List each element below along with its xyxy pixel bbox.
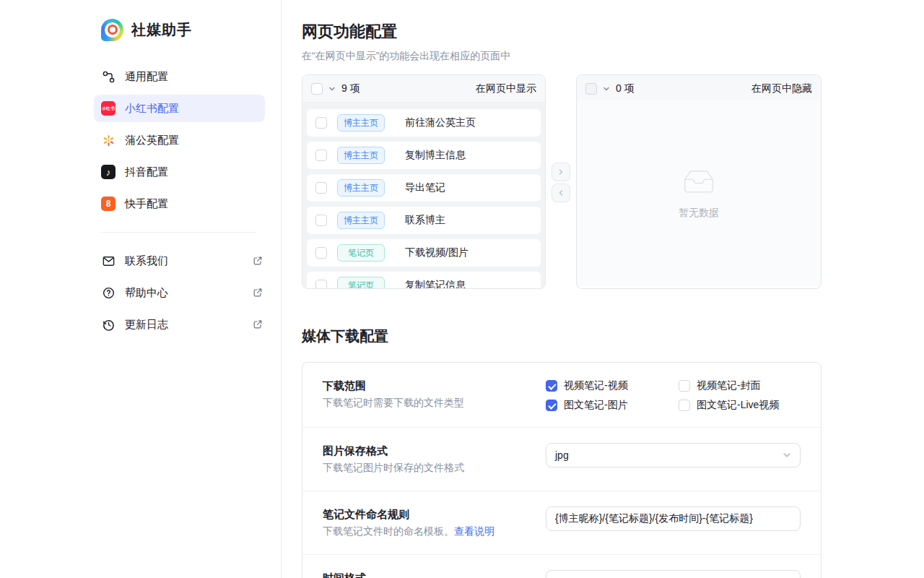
sidebar-item-general[interactable]: 通用配置 bbox=[94, 63, 265, 90]
option-label: 图文笔记-图片 bbox=[564, 399, 628, 412]
row-desc: 下载笔记文件时的命名模板。查看说明 bbox=[323, 524, 546, 539]
transfer-item[interactable]: 博主主页 导出笔记 bbox=[307, 174, 541, 202]
main-content: 网页功能配置 在“在网页中显示”的功能会出现在相应的页面中 9 项 在网页中显示… bbox=[302, 0, 821, 578]
shown-panel-title: 在网页中显示 bbox=[476, 82, 536, 95]
row-title: 图片保存格式 bbox=[323, 443, 546, 459]
external-link-icon bbox=[250, 285, 265, 300]
scope-option-video[interactable]: 视频笔记-视频 bbox=[546, 379, 679, 392]
sidebar-divider bbox=[101, 232, 256, 233]
scope-option-image[interactable]: 图文笔记-图片 bbox=[546, 399, 679, 412]
transfer-shown-list: 博主主页 前往蒲公英主页 博主主页 复制博主信息 博主主页 导出笔记 博主主页 … bbox=[302, 103, 545, 289]
transfer-panel-hidden-header: 0 项 在网页中隐藏 bbox=[577, 75, 821, 103]
time-format-row: 时间格式 bbox=[302, 555, 821, 578]
sidebar-item-pugongying[interactable]: 蒲公英配置 bbox=[94, 126, 265, 154]
download-scope-row: 下载范围 下载笔记时需要下载的文件类型 视频笔记-视频 视频笔记-封面 图文笔 bbox=[302, 363, 821, 428]
douyin-icon: ♪ bbox=[101, 165, 116, 179]
sidebar-item-xiaohongshu[interactable]: 小红书 小红书配置 bbox=[94, 95, 265, 122]
sidebar-item-douyin[interactable]: ♪ 抖音配置 bbox=[94, 158, 265, 186]
page-subtitle: 在“在网页中显示”的功能会出现在相应的页面中 bbox=[302, 48, 821, 63]
select-all-checkbox[interactable] bbox=[585, 83, 597, 95]
checkbox[interactable] bbox=[546, 400, 557, 411]
item-checkbox[interactable] bbox=[315, 182, 327, 194]
app-name: 社媒助手 bbox=[131, 20, 192, 40]
sidebar-link-label: 联系我们 bbox=[125, 254, 168, 268]
row-desc: 下载笔记时需要下载的文件类型 bbox=[323, 395, 546, 410]
page-tag: 笔记页 bbox=[337, 277, 385, 289]
transfer-item[interactable]: 笔记页 复制笔记信息 bbox=[307, 272, 541, 289]
media-section-title: 媒体下载配置 bbox=[302, 327, 821, 346]
item-checkbox[interactable] bbox=[315, 150, 327, 161]
checkbox[interactable] bbox=[679, 380, 690, 392]
sidebar-link-contact[interactable]: 联系我们 bbox=[101, 247, 265, 275]
transfer-item[interactable]: 博主主页 前往蒲公英主页 bbox=[307, 109, 541, 137]
help-icon bbox=[101, 285, 116, 300]
scope-option-live[interactable]: 图文笔记-Live视频 bbox=[679, 399, 801, 412]
image-format-row: 图片保存格式 下载笔记图片时保存的文件格式 jpg bbox=[302, 428, 821, 491]
kuaishou-icon: 8 bbox=[101, 197, 116, 211]
page-title: 网页功能配置 bbox=[302, 22, 821, 42]
xiaohongshu-icon: 小红书 bbox=[101, 101, 116, 116]
naming-rule-input[interactable] bbox=[546, 506, 801, 531]
empty-state: 暂无数据 bbox=[577, 100, 821, 286]
row-title: 笔记文件命名规则 bbox=[323, 506, 546, 522]
item-label: 联系博主 bbox=[405, 214, 445, 227]
scope-options: 视频笔记-视频 视频笔记-封面 图文笔记-图片 图文笔记-Live视频 bbox=[546, 378, 801, 412]
page-tag: 笔记页 bbox=[337, 244, 385, 262]
row-title: 时间格式 bbox=[323, 570, 546, 578]
sidebar-item-label: 抖音配置 bbox=[125, 165, 168, 179]
move-left-button[interactable] bbox=[552, 184, 570, 202]
item-label: 前往蒲公英主页 bbox=[405, 116, 476, 129]
transfer-item[interactable]: 博主主页 复制博主信息 bbox=[307, 142, 541, 169]
row-title: 下载范围 bbox=[323, 378, 546, 394]
sidebar: 社媒助手 通用配置 小红书 小红书配置 蒲公英配置 ♪ bbox=[0, 0, 282, 578]
mail-icon bbox=[101, 254, 116, 268]
item-checkbox[interactable] bbox=[315, 215, 327, 226]
external-link-icon bbox=[250, 317, 265, 332]
item-label: 复制笔记信息 bbox=[405, 279, 466, 289]
checkbox[interactable] bbox=[679, 400, 690, 411]
item-checkbox[interactable] bbox=[315, 117, 327, 129]
sidebar-link-changelog[interactable]: 更新日志 bbox=[101, 311, 265, 338]
sidebar-link-label: 更新日志 bbox=[125, 318, 168, 332]
sidebar-item-label: 通用配置 bbox=[125, 70, 168, 84]
chevron-down-icon bbox=[783, 451, 791, 460]
chevron-right-icon bbox=[557, 168, 565, 176]
sidebar-item-label: 小红书配置 bbox=[125, 102, 179, 116]
hidden-count: 0 项 bbox=[616, 82, 635, 95]
option-label: 视频笔记-封面 bbox=[697, 379, 761, 392]
page-tag: 博主主页 bbox=[337, 147, 385, 164]
chevron-left-icon bbox=[557, 189, 565, 197]
transfer-panel-shown: 9 项 在网页中显示 博主主页 前往蒲公英主页 博主主页 复制博主信息 博主主页 bbox=[302, 74, 546, 289]
transfer-buttons bbox=[552, 163, 570, 202]
sidebar-item-label: 快手配置 bbox=[125, 197, 168, 211]
move-right-button[interactable] bbox=[552, 163, 570, 181]
time-format-input[interactable] bbox=[546, 570, 801, 578]
shown-count: 9 项 bbox=[341, 82, 360, 95]
item-label: 复制博主信息 bbox=[405, 149, 466, 162]
option-label: 图文笔记-Live视频 bbox=[697, 399, 779, 412]
chevron-down-icon[interactable] bbox=[603, 85, 610, 92]
select-all-checkbox[interactable] bbox=[311, 83, 323, 95]
item-checkbox[interactable] bbox=[315, 280, 327, 289]
app-logo-icon bbox=[101, 19, 123, 41]
dandelion-icon bbox=[101, 133, 116, 147]
checkbox[interactable] bbox=[546, 380, 557, 392]
sidebar-link-help[interactable]: 帮助中心 bbox=[101, 279, 265, 306]
scope-option-cover[interactable]: 视频笔记-封面 bbox=[679, 379, 801, 392]
item-label: 下载视频/图片 bbox=[405, 246, 468, 259]
naming-rule-row: 笔记文件命名规则 下载笔记文件时的命名模板。查看说明 bbox=[302, 491, 821, 555]
sidebar-item-kuaishou[interactable]: 8 快手配置 bbox=[94, 190, 265, 217]
sidebar-link-label: 帮助中心 bbox=[125, 286, 168, 300]
option-label: 视频笔记-视频 bbox=[564, 379, 628, 392]
image-format-select[interactable]: jpg bbox=[546, 443, 801, 467]
page-tag: 博主主页 bbox=[337, 212, 385, 229]
item-checkbox[interactable] bbox=[315, 247, 327, 259]
media-config-card: 下载范围 下载笔记时需要下载的文件类型 视频笔记-视频 视频笔记-封面 图文笔 bbox=[302, 362, 821, 578]
web-feature-transfer: 9 项 在网页中显示 博主主页 前往蒲公英主页 博主主页 复制博主信息 博主主页 bbox=[302, 74, 821, 289]
transfer-item[interactable]: 笔记页 下载视频/图片 bbox=[307, 239, 541, 267]
transfer-item[interactable]: 博主主页 联系博主 bbox=[307, 207, 541, 234]
hidden-panel-title: 在网页中隐藏 bbox=[751, 82, 812, 95]
view-docs-link[interactable]: 查看说明 bbox=[454, 525, 494, 537]
sidebar-item-label: 蒲公英配置 bbox=[125, 134, 179, 147]
chevron-down-icon[interactable] bbox=[328, 85, 336, 92]
